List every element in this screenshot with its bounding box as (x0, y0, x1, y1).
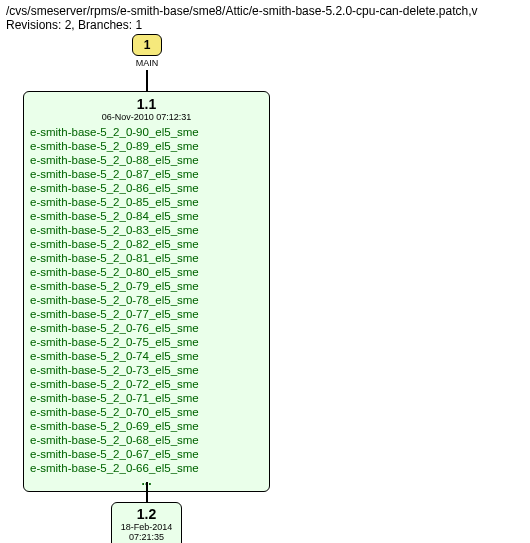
connector-line (146, 70, 148, 91)
revision-info: Revisions: 2, Branches: 1 (6, 18, 524, 32)
page: /cvs/smeserver/rpms/e-smith-base/sme8/At… (0, 0, 530, 543)
revision-tag: e-smith-base-5_2_0-90_el5_sme (30, 125, 263, 139)
connector-line (146, 482, 148, 502)
revision-tag: e-smith-base-5_2_0-77_el5_sme (30, 307, 263, 321)
revision-tag: e-smith-base-5_2_0-73_el5_sme (30, 363, 263, 377)
revision-tag: e-smith-base-5_2_0-71_el5_sme (30, 391, 263, 405)
revision-tag: e-smith-base-5_2_0-82_el5_sme (30, 237, 263, 251)
revision-tag: e-smith-base-5_2_0-79_el5_sme (30, 279, 263, 293)
revision-tag-list: e-smith-base-5_2_0-90_el5_sme e-smith-ba… (30, 125, 263, 475)
revision-tag: e-smith-base-5_2_0-76_el5_sme (30, 321, 263, 335)
revision-tag: e-smith-base-5_2_0-81_el5_sme (30, 251, 263, 265)
revision-tag: e-smith-base-5_2_0-86_el5_sme (30, 181, 263, 195)
revision-date: 18-Feb-2014 07:21:35 (116, 522, 177, 542)
revision-tag: e-smith-base-5_2_0-75_el5_sme (30, 335, 263, 349)
revision-tag: e-smith-base-5_2_0-88_el5_sme (30, 153, 263, 167)
revision-title: 1.2 (116, 506, 177, 522)
revision-title: 1.1 (30, 96, 263, 112)
revision-tag: e-smith-base-5_2_0-68_el5_sme (30, 433, 263, 447)
revision-date: 06-Nov-2010 07:12:31 (30, 112, 263, 122)
revision-tag: e-smith-base-5_2_0-69_el5_sme (30, 419, 263, 433)
revision-node-1-2[interactable]: 1.2 18-Feb-2014 07:21:35 HEAD (111, 502, 182, 543)
revision-tag: e-smith-base-5_2_0-83_el5_sme (30, 223, 263, 237)
header: /cvs/smeserver/rpms/e-smith-base/sme8/At… (0, 0, 530, 34)
revision-tag: e-smith-base-5_2_0-78_el5_sme (30, 293, 263, 307)
revision-tag: e-smith-base-5_2_0-70_el5_sme (30, 405, 263, 419)
revision-tag: e-smith-base-5_2_0-74_el5_sme (30, 349, 263, 363)
branch-node-main[interactable]: 1 (132, 34, 162, 56)
revision-tag: e-smith-base-5_2_0-80_el5_sme (30, 265, 263, 279)
file-path: /cvs/smeserver/rpms/e-smith-base/sme8/At… (6, 4, 524, 18)
revision-tag: e-smith-base-5_2_0-87_el5_sme (30, 167, 263, 181)
revision-tag: e-smith-base-5_2_0-89_el5_sme (30, 139, 263, 153)
revision-tag: e-smith-base-5_2_0-67_el5_sme (30, 447, 263, 461)
revision-tag: e-smith-base-5_2_0-85_el5_sme (30, 195, 263, 209)
revision-graph: 1 MAIN 1.1 06-Nov-2010 07:12:31 e-smith-… (0, 34, 530, 543)
revision-tag: e-smith-base-5_2_0-66_el5_sme (30, 461, 263, 475)
revision-tag: e-smith-base-5_2_0-84_el5_sme (30, 209, 263, 223)
revision-node-1-1[interactable]: 1.1 06-Nov-2010 07:12:31 e-smith-base-5_… (23, 91, 270, 492)
branch-index: 1 (144, 38, 151, 52)
revision-tag: e-smith-base-5_2_0-72_el5_sme (30, 377, 263, 391)
branch-label-main: MAIN (132, 58, 162, 68)
